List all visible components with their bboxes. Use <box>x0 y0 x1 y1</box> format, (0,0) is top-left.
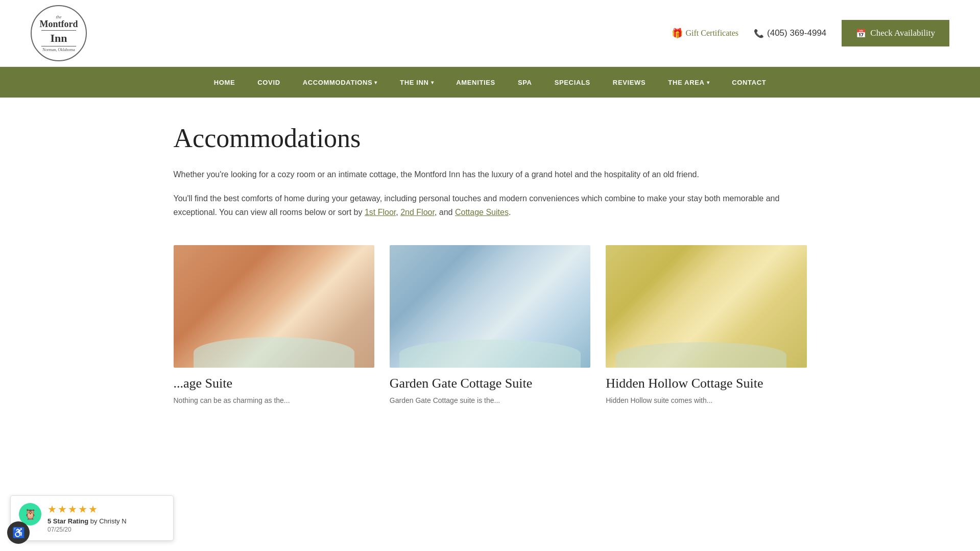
intro-mid-2: , and <box>435 208 455 217</box>
header-right: 🎁 Gift Certificates 📞 (405) 369-4994 📅 C… <box>672 20 949 46</box>
room-card[interactable]: ...age SuiteNothing can be as charming a… <box>174 245 374 406</box>
room-name: ...age Suite <box>174 376 374 391</box>
nav-item-the-inn[interactable]: THE INN▾ <box>389 69 445 95</box>
logo-inn: Inn <box>50 32 67 45</box>
cottage-suites-link[interactable]: Cottage Suites <box>455 208 509 217</box>
nav-item-home[interactable]: HOME <box>203 69 247 95</box>
room-image-placeholder <box>390 245 590 368</box>
main-nav: HOMECOVIDACCOMMODATIONS▾THE INN▾AMENITIE… <box>0 67 980 98</box>
logo-divider-2 <box>41 46 77 46</box>
room-card[interactable]: Garden Gate Cottage SuiteGarden Gate Cot… <box>390 245 590 406</box>
room-image <box>174 245 374 368</box>
nav-item-amenities[interactable]: AMENITIES <box>445 69 507 95</box>
first-floor-link[interactable]: 1st Floor <box>365 208 396 217</box>
room-name: Garden Gate Cottage Suite <box>390 376 590 391</box>
phone-number: (405) 369-4994 <box>767 28 826 38</box>
intro-paragraph-1: Whether you're looking for a cozy room o… <box>174 167 786 181</box>
nav-item-accommodations[interactable]: ACCOMMODATIONS▾ <box>292 69 389 95</box>
logo-location: Norman, Oklahoma <box>42 47 75 52</box>
intro-comma-1: , <box>396 208 400 217</box>
room-desc: Hidden Hollow suite comes with... <box>606 395 806 406</box>
phone-link[interactable]: 📞 (405) 369-4994 <box>754 28 826 38</box>
nav-item-covid[interactable]: COVID <box>246 69 291 95</box>
chevron-down-icon: ▾ <box>431 80 434 85</box>
check-availability-button[interactable]: 📅 Check Availability <box>842 20 949 46</box>
gift-icon: 🎁 <box>672 28 683 39</box>
nav-item-the-area[interactable]: THE AREA▾ <box>657 69 721 95</box>
site-logo: the Montford Inn Norman, Oklahoma <box>31 5 87 61</box>
page-title: Accommodations <box>174 123 807 153</box>
gift-certificates-label: Gift Certificates <box>686 29 739 38</box>
second-floor-link[interactable]: 2nd Floor <box>400 208 435 217</box>
logo-divider <box>41 30 77 31</box>
nav-item-specials[interactable]: SPECIALS <box>543 69 602 95</box>
gift-certificates-link[interactable]: 🎁 Gift Certificates <box>672 28 739 39</box>
nav-item-contact[interactable]: CONTACT <box>721 69 777 95</box>
room-desc: Nothing can be as charming as the... <box>174 395 374 406</box>
intro-paragraph-2: You'll find the best comforts of home du… <box>174 191 786 219</box>
room-image <box>606 245 806 368</box>
nav-item-spa[interactable]: SPA <box>507 69 543 95</box>
intro-end: . <box>509 208 511 217</box>
room-desc: Garden Gate Cottage suite is the... <box>390 395 590 406</box>
logo-area[interactable]: the Montford Inn Norman, Oklahoma <box>31 5 87 61</box>
site-header: the Montford Inn Norman, Oklahoma 🎁 Gift… <box>0 0 980 67</box>
logo-montford: Montford <box>40 19 78 30</box>
room-image-placeholder <box>606 245 806 368</box>
room-name: Hidden Hollow Cottage Suite <box>606 376 806 391</box>
rooms-grid: ...age SuiteNothing can be as charming a… <box>174 245 807 406</box>
check-availability-label: Check Availability <box>870 28 935 38</box>
room-image <box>390 245 590 368</box>
chevron-down-icon: ▾ <box>374 80 377 85</box>
calendar-icon: 📅 <box>856 29 866 38</box>
nav-item-reviews[interactable]: REVIEWS <box>602 69 657 95</box>
chevron-down-icon: ▾ <box>707 80 710 85</box>
room-image-placeholder <box>174 245 374 368</box>
phone-icon: 📞 <box>754 29 764 38</box>
main-content: Accommodations Whether you're looking fo… <box>133 98 848 406</box>
room-card[interactable]: Hidden Hollow Cottage SuiteHidden Hollow… <box>606 245 806 406</box>
